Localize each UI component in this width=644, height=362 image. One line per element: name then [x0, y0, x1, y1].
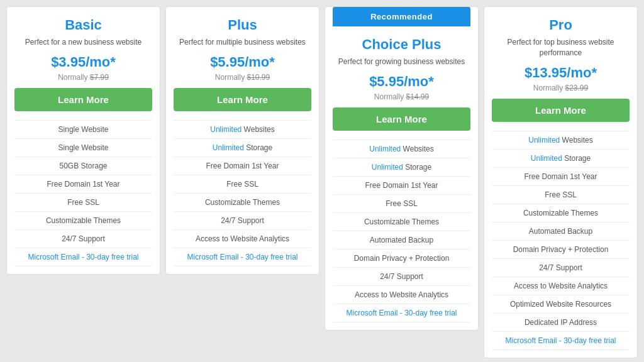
feature-item: Free SSL [333, 195, 470, 213]
plan-card-plus: PlusPerfect for multiple business websit… [165, 6, 319, 275]
plan-description-choice-plus: Perfect for growing business websites [338, 57, 465, 67]
plan-name-basic: Basic [65, 17, 102, 33]
feature-item: Access to Website Analytics [174, 230, 311, 248]
feature-item: Unlimited Websites [492, 131, 630, 150]
feature-item: Unlimited Storage [174, 139, 311, 157]
feature-item: Domain Privacy + Protection [333, 250, 470, 268]
features-list-plus: Unlimited WebsitesUnlimited StorageFree … [174, 120, 311, 266]
feature-item: Optimized Website Resources [492, 295, 630, 314]
feature-item: Unlimited Websites [174, 121, 311, 139]
learn-more-button-basic[interactable]: Learn More [14, 88, 152, 111]
feature-item: Automated Backup [492, 222, 630, 241]
feature-item: Access to Website Analytics [333, 286, 470, 304]
learn-more-button-choice-plus[interactable]: Learn More [333, 107, 470, 131]
plan-name-choice-plus: Choice Plus [362, 36, 441, 53]
feature-item: Microsoft Email - 30-day free trial [492, 332, 630, 350]
learn-more-button-pro[interactable]: Learn More [492, 99, 630, 122]
feature-item: Unlimited Storage [333, 158, 470, 177]
feature-item: 24/7 Support [492, 259, 630, 277]
feature-item: Microsoft Email - 30-day free trial [14, 248, 152, 266]
plan-price-plus: $5.95/mo* [210, 54, 275, 70]
plan-normal-price-choice-plus: Normally $14.99 [374, 92, 429, 101]
feature-item: Free SSL [174, 175, 311, 194]
feature-item: Customizable Themes [333, 213, 470, 231]
learn-more-button-plus[interactable]: Learn More [174, 88, 311, 111]
plan-card-pro: ProPerfect for top business website perf… [484, 6, 638, 358]
plan-normal-price-basic: Normally $7.99 [58, 73, 109, 82]
feature-item: 24/7 Support [174, 212, 311, 230]
features-list-basic: Single WebsiteSingle Website50GB Storage… [14, 120, 152, 266]
feature-item: Unlimited Websites [333, 140, 470, 158]
feature-item: 50GB Storage [14, 157, 152, 175]
plan-price-basic: $3.95/mo* [51, 54, 116, 70]
feature-item: Automated Backup [333, 231, 470, 250]
features-list-pro: Unlimited WebsitesUnlimited StorageFree … [492, 131, 630, 350]
feature-item: Domain Privacy + Protection [492, 241, 630, 259]
feature-item: Dedicated IP Address [492, 314, 630, 332]
plan-normal-price-plus: Normally $10.99 [215, 73, 270, 82]
plan-card-choice-plus: RecommendedChoice PlusPerfect for growin… [325, 6, 479, 331]
recommended-badge: Recommended [333, 7, 470, 26]
feature-item: 24/7 Support [333, 268, 470, 286]
feature-item: Free SSL [492, 186, 630, 204]
plan-name-pro: Pro [549, 17, 572, 33]
feature-item: Customizable Themes [174, 194, 311, 212]
plan-price-pro: $13.95/mo* [525, 65, 597, 81]
feature-item: Unlimited Storage [492, 150, 630, 168]
plan-description-basic: Perfect for a new business website [25, 37, 142, 48]
plan-card-basic: BasicPerfect for a new business website$… [6, 6, 160, 275]
feature-item: Single Website [14, 139, 152, 157]
feature-item: Microsoft Email - 30-day free trial [174, 248, 311, 266]
feature-item: Free SSL [14, 194, 152, 212]
feature-item: Free Domain 1st Year [174, 157, 311, 175]
feature-item: Customizable Themes [14, 212, 152, 230]
plan-normal-price-pro: Normally $23.99 [533, 84, 588, 92]
feature-item: Customizable Themes [492, 204, 630, 222]
features-list-choice-plus: Unlimited WebsitesUnlimited StorageFree … [333, 140, 470, 322]
pricing-container: BasicPerfect for a new business website$… [6, 6, 638, 358]
feature-item: Free Domain 1st Year [14, 175, 152, 194]
plan-description-pro: Perfect for top business website perform… [492, 37, 630, 58]
feature-item: Single Website [14, 121, 152, 139]
feature-item: Microsoft Email - 30-day free trial [333, 304, 470, 322]
feature-item: Free Domain 1st Year [492, 168, 630, 186]
plan-description-plus: Perfect for multiple business websites [179, 37, 306, 48]
plan-name-plus: Plus [228, 17, 257, 33]
plan-price-choice-plus: $5.95/mo* [369, 74, 434, 90]
feature-item: 24/7 Support [14, 230, 152, 248]
feature-item: Free Domain 1st Year [333, 177, 470, 195]
feature-item: Access to Website Analytics [492, 277, 630, 295]
